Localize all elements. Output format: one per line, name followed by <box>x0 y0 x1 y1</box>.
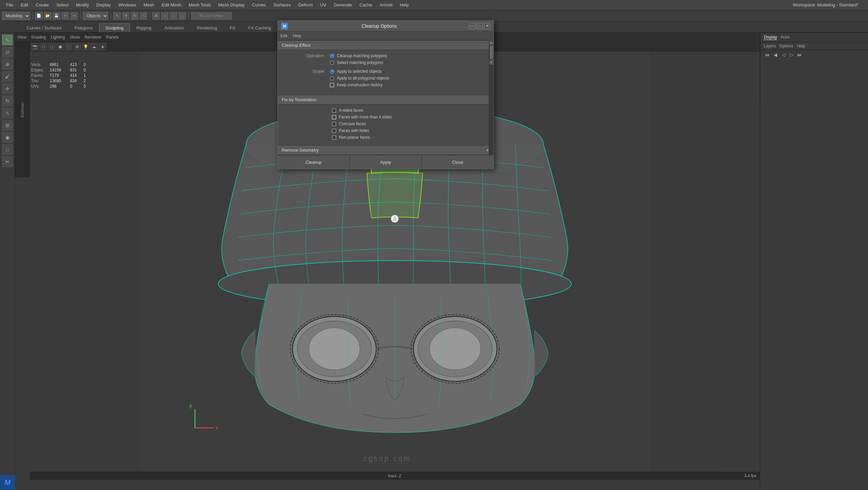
menu-select[interactable]: Select <box>53 1 72 8</box>
move-tool-button[interactable]: ✛ <box>2 83 13 94</box>
shaded-icon[interactable]: ◼ <box>56 43 64 50</box>
scrollbar-track[interactable] <box>489 46 494 59</box>
dialog-minimize-btn[interactable]: ─ <box>469 23 475 29</box>
options-subtab[interactable]: Options <box>779 44 793 48</box>
select-tool-icon[interactable]: ↖ <box>113 12 121 20</box>
skip-back-btn[interactable]: ⏮ <box>764 51 771 58</box>
prev-frame-btn[interactable]: ◀ <box>772 51 779 58</box>
display-tab[interactable]: Display <box>764 35 777 40</box>
apply-button[interactable]: Apply <box>350 155 422 169</box>
tab-rendering[interactable]: Rendering <box>190 23 223 32</box>
menu-curves[interactable]: Curves <box>249 1 269 8</box>
open-icon[interactable]: 📂 <box>44 12 51 20</box>
nonplanar-checkbox[interactable]: Non-planar faces <box>332 135 487 140</box>
menu-windows[interactable]: Windows <box>115 1 139 8</box>
scale-tool-button[interactable]: ⤡ <box>2 108 13 118</box>
camera-icon[interactable]: 📷 <box>31 43 39 50</box>
cleanup-matching-radio[interactable]: Cleanup matching polygons <box>330 53 387 58</box>
menu-file[interactable]: File <box>3 1 17 8</box>
lasso-tool-button[interactable]: ⊙ <box>2 47 13 58</box>
menu-modify[interactable]: Modify <box>73 1 92 8</box>
menu-mesh-display[interactable]: Mesh Display <box>215 1 248 8</box>
vp-view[interactable]: View <box>18 35 26 40</box>
move-tool-icon[interactable]: ✛ <box>122 12 130 20</box>
layers-subtab[interactable]: Layers <box>764 44 776 48</box>
smooth-icon[interactable]: ◻ <box>48 43 55 50</box>
menu-uv[interactable]: UV <box>317 1 329 8</box>
tab-curves-surfaces[interactable]: Curves / Surfaces <box>20 23 68 32</box>
light-icon[interactable]: 💡 <box>82 43 89 50</box>
snap-view-icon[interactable]: □ <box>179 12 186 20</box>
grid-icon[interactable]: ⊞ <box>73 43 81 50</box>
menu-create[interactable]: Create <box>32 1 52 8</box>
menu-cache[interactable]: Cache <box>356 1 376 8</box>
snap-mode-button[interactable]: ⊞ <box>2 120 13 131</box>
apply-all-radio[interactable]: Apply to all polygonal objects <box>330 76 389 81</box>
quad-draw-button[interactable]: □ <box>2 144 13 155</box>
vp-shading[interactable]: Shading <box>31 35 46 40</box>
skip-fwd-btn[interactable]: ⏭ <box>796 51 803 58</box>
snap-grid-icon[interactable]: ⊞ <box>152 12 160 20</box>
tab-fx[interactable]: FX <box>223 23 242 32</box>
tab-sculpting[interactable]: Sculpting <box>99 23 130 32</box>
paint-select-button[interactable]: ⊕ <box>2 59 13 70</box>
scrollbar-up-btn[interactable]: ▲ <box>489 40 494 45</box>
menu-edit-mesh[interactable]: Edit Mesh <box>158 1 185 8</box>
rotate-tool-button[interactable]: ↻ <box>2 95 13 106</box>
undo-icon[interactable]: ↩ <box>62 12 69 20</box>
anim-tab[interactable]: Anim <box>780 35 790 40</box>
live-surface-icon[interactable]: No Live Surface <box>191 12 232 20</box>
redo-icon[interactable]: ↪ <box>70 12 78 20</box>
menu-mesh-tools[interactable]: Mesh Tools <box>185 1 214 8</box>
new-scene-icon[interactable]: 📄 <box>35 12 43 20</box>
select-matching-radio[interactable]: Select matching polygons <box>330 60 387 65</box>
soft-select-button[interactable]: ◉ <box>2 132 13 143</box>
menu-help[interactable]: Help <box>396 1 412 8</box>
menu-arnold[interactable]: Arnold <box>376 1 396 8</box>
snap-curve-icon[interactable]: ◇ <box>161 12 168 20</box>
holes-checkbox[interactable]: Faces with holes <box>332 128 487 133</box>
vp-panels[interactable]: Panels <box>106 35 119 40</box>
menu-edit[interactable]: Edit <box>17 1 31 8</box>
scale-tool-icon[interactable]: ⤡ <box>140 12 147 20</box>
mode-dropdown[interactable]: Modeling <box>2 12 30 20</box>
vp-renderer[interactable]: Renderer <box>85 35 101 40</box>
play-fwd-btn[interactable]: ▷ <box>788 51 795 58</box>
cleanup-button[interactable]: Cleanup <box>278 155 350 169</box>
four-sided-checkbox[interactable]: 4-sided faces <box>332 108 487 113</box>
shadow-icon[interactable]: ☁ <box>90 43 98 50</box>
vp-show[interactable]: Show <box>70 35 80 40</box>
tab-fx-caching[interactable]: FX Caching <box>242 23 278 32</box>
play-back-btn[interactable]: ◁ <box>780 51 787 58</box>
multi-cut-button[interactable]: ✂ <box>2 156 13 167</box>
wireframe-icon[interactable]: ⬡ <box>40 43 47 50</box>
cleanup-menu-help[interactable]: Help <box>293 34 301 38</box>
menu-generate[interactable]: Generate <box>330 1 356 8</box>
xray-icon[interactable]: ◈ <box>99 43 106 50</box>
save-icon[interactable]: 💾 <box>53 12 60 20</box>
vp-lighting[interactable]: Lighting <box>51 35 65 40</box>
remove-geometry-header[interactable]: Remove Geometry ▼ <box>278 145 494 155</box>
menu-surfaces[interactable]: Surfaces <box>270 1 294 8</box>
close-button[interactable]: Close <box>422 155 494 169</box>
dialog-maximize-btn[interactable]: □ <box>477 23 483 29</box>
tab-polygons[interactable]: Polygons <box>68 23 99 32</box>
select-tool-button[interactable]: ↖ <box>2 35 13 45</box>
scrollbar-down-btn[interactable]: ▼ <box>489 60 494 65</box>
texture-icon[interactable]: ⬛ <box>65 43 72 50</box>
tab-animation[interactable]: Animation <box>158 23 190 32</box>
objects-dropdown[interactable]: Objects <box>83 12 108 20</box>
concave-checkbox[interactable]: Concave faces <box>332 121 487 126</box>
scrollbar-thumb[interactable] <box>490 46 493 59</box>
menu-mesh[interactable]: Mesh <box>140 1 158 8</box>
rotate-tool-icon[interactable]: ↻ <box>131 12 138 20</box>
more-than-four-checkbox[interactable]: Faces with more than 4 sides <box>332 115 487 119</box>
menu-deform[interactable]: Deform <box>295 1 316 8</box>
cleanup-scrollbar[interactable]: ▲ ▼ <box>489 40 494 155</box>
cleanup-menu-edit[interactable]: Edit <box>280 34 288 38</box>
help-subtab[interactable]: Help <box>797 44 805 48</box>
sculpt-tool-button[interactable]: 🖌 <box>2 71 13 82</box>
dialog-close-btn[interactable]: ✕ <box>484 23 490 29</box>
apply-selected-radio[interactable]: Apply to selected objects <box>330 69 389 74</box>
menu-display[interactable]: Display <box>93 1 114 8</box>
